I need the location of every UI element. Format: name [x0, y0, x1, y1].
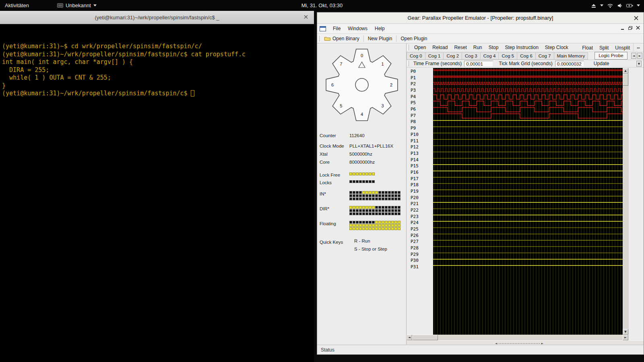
led — [349, 212, 352, 215]
button-float[interactable]: Float — [579, 44, 596, 52]
vertical-scrollbar[interactable]: ▲ ▼ — [623, 68, 628, 335]
led — [388, 221, 391, 224]
led — [388, 206, 391, 209]
horizontal-scrollbar[interactable]: ◄ ► — [407, 335, 628, 340]
update-button[interactable]: Update — [590, 60, 613, 67]
quick-keys-label: Quick Keys — [320, 240, 343, 245]
tab-main-memory[interactable]: Main Memory — [554, 52, 588, 60]
toolbar-separator — [396, 35, 396, 42]
combo-dropdown-icon[interactable]: ▼ — [636, 61, 642, 67]
led — [385, 191, 388, 194]
button-unsplit[interactable]: Unsplit — [612, 44, 633, 52]
led — [398, 206, 400, 209]
app-menu[interactable]: Unbekannt — [57, 2, 97, 8]
tab-cog-4[interactable]: Cog 4 — [480, 52, 499, 60]
toolbar-overflow-chevron[interactable]: ▸▸ — [633, 43, 644, 52]
cog-tab-bar: Cog 0Cog 1Cog 2Cog 3Cog 4Cog 5Cog 6Cog 7… — [407, 52, 644, 60]
led — [398, 224, 400, 227]
terminal-window: (yeti@kumari:31)~/wrk/propeller/spinsim/… — [0, 11, 314, 362]
locks-block: Lock Free Locks — [317, 171, 406, 187]
scroll-up-icon[interactable]: ▲ — [623, 68, 628, 74]
toolbar-open-plugin[interactable]: Open Plugin — [398, 35, 430, 43]
toolbar-grip[interactable] — [318, 36, 320, 41]
tab-scroll-left-icon[interactable]: ◄ — [631, 53, 636, 59]
toolbar-grip[interactable] — [408, 45, 409, 50]
restore-icon[interactable] — [628, 26, 633, 30]
pin-label: P9 — [411, 125, 416, 131]
close-icon[interactable] — [303, 14, 309, 20]
tab-logic-probe[interactable]: Logic Probe — [594, 52, 627, 60]
app-menu-label: Unbekannt — [66, 2, 91, 8]
system-tray[interactable] — [591, 0, 640, 11]
terminal-line: (yeti@kumari:31)~/wrk/propeller/spinsim/… — [2, 51, 312, 59]
terminal-titlebar[interactable]: (yeti@kumari:31)~/wrk/propeller/spinsim/… — [0, 11, 314, 24]
pin-label: P15 — [411, 163, 419, 169]
minimize-icon[interactable] — [620, 26, 625, 30]
button-step-clock[interactable]: Step Clock — [542, 43, 572, 51]
tab-cog-3[interactable]: Cog 3 — [462, 52, 481, 60]
led — [391, 191, 394, 194]
toolbar-open-binary[interactable]: Open Binary — [322, 35, 362, 43]
tab-cog-6[interactable]: Cog 6 — [517, 52, 536, 60]
svg-text:0: 0 — [360, 53, 363, 58]
tick-mark-grid-input[interactable]: 0.00000032 — [555, 61, 584, 67]
button-run[interactable]: Run — [470, 43, 485, 51]
button-step-instruction[interactable]: Step Instruction — [502, 43, 541, 51]
led — [372, 180, 375, 183]
scroll-down-icon[interactable]: ▼ — [623, 329, 628, 335]
led — [394, 209, 397, 212]
led — [372, 173, 375, 175]
tab-scroll-right-icon[interactable]: ► — [637, 53, 642, 59]
button-open[interactable]: Open — [411, 43, 429, 51]
led-row — [349, 224, 401, 227]
toolbar-button-label: Open Binary — [332, 36, 359, 41]
activities-button[interactable]: Aktivitäten — [5, 2, 29, 8]
button-reset[interactable]: Reset — [451, 43, 470, 51]
waveform-canvas — [433, 68, 623, 335]
propeller-gear-diagram: 01234567 — [324, 47, 400, 123]
button-reload[interactable]: Reload — [429, 43, 451, 51]
gear-titlebar[interactable]: Gear: Parallax Propeller Emulator - [Pro… — [317, 12, 644, 24]
led — [398, 194, 400, 197]
tab-cog-7[interactable]: Cog 7 — [535, 52, 554, 60]
close-icon[interactable] — [636, 26, 640, 30]
toolbar-grip[interactable] — [408, 61, 409, 66]
led — [353, 209, 355, 212]
chevron-down-icon — [600, 4, 603, 6]
led — [353, 221, 355, 224]
led — [372, 224, 375, 227]
menu-help[interactable]: Help — [371, 24, 388, 33]
tab-cog-1[interactable]: Cog 1 — [425, 52, 444, 60]
button-split[interactable]: Split — [596, 44, 612, 52]
menu-windows[interactable]: Windows — [344, 24, 371, 33]
svg-text:3: 3 — [381, 103, 384, 108]
scroll-right-icon[interactable]: ► — [623, 335, 628, 340]
led — [388, 191, 391, 194]
led — [375, 209, 378, 212]
led — [365, 173, 368, 175]
led — [359, 212, 362, 215]
clock[interactable]: Mi, 31. Okt, 03:30 — [0, 2, 644, 8]
time-frame-input[interactable]: 0.00001 — [464, 61, 493, 67]
close-icon[interactable] — [634, 16, 639, 21]
svg-text:4: 4 — [360, 112, 363, 117]
menu-file[interactable]: File — [329, 24, 344, 33]
volume-icon — [617, 3, 623, 8]
tab-cog-0[interactable]: Cog 0 — [407, 52, 425, 60]
led — [362, 194, 365, 197]
svg-text:2: 2 — [390, 82, 392, 87]
led — [365, 224, 368, 227]
led-row — [349, 173, 375, 176]
button-stop[interactable]: Stop — [485, 43, 502, 51]
tab-cog-5[interactable]: Cog 5 — [498, 52, 517, 60]
svg-text:7: 7 — [340, 62, 342, 66]
scrollbar-thumb[interactable] — [623, 74, 628, 86]
toolbar-new-plugin[interactable]: New Plugin — [365, 35, 395, 43]
pin-label: P22 — [411, 208, 419, 213]
led — [385, 194, 388, 197]
scroll-left-icon[interactable]: ◄ — [407, 335, 412, 340]
scrollbar-thumb[interactable] — [412, 335, 438, 340]
pin-label: P27 — [411, 239, 419, 245]
led — [359, 227, 362, 230]
tab-cog-2[interactable]: Cog 2 — [443, 52, 462, 60]
